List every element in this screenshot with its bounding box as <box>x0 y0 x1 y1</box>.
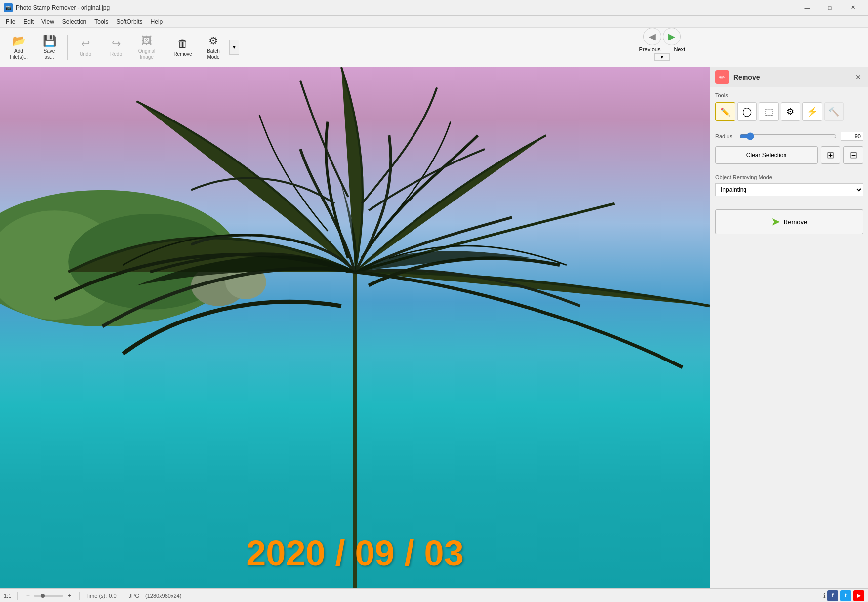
image-dimensions: (1280x960x24) <box>145 593 181 599</box>
nav-labels-row: Previous Next <box>639 46 685 52</box>
toolbar: 📂 AddFile(s)... 💾 Saveas... ↩ Undo ↪ Red… <box>0 28 868 67</box>
menu-edit[interactable]: Edit <box>19 17 38 26</box>
redo-label: Redo <box>110 51 122 57</box>
remove-arrow-icon: ➤ <box>771 216 780 228</box>
clear-selection-button[interactable]: Clear Selection <box>715 146 818 164</box>
facebook-button[interactable]: f <box>827 590 838 601</box>
window-controls: — □ ✕ <box>796 0 864 16</box>
redo-icon: ↪ <box>112 38 121 50</box>
toolbox-title: Remove <box>733 73 760 81</box>
maximize-button[interactable]: □ <box>819 0 841 16</box>
menu-softorbits[interactable]: SoftOrbits <box>112 17 146 26</box>
nav-dropdown: ▼ <box>654 53 670 61</box>
save-as-button[interactable]: 💾 Saveas... <box>35 31 64 64</box>
original-image-button[interactable]: 🖼 OriginalImage <box>132 31 162 64</box>
toolbar-more-button[interactable]: ▼ <box>229 40 239 55</box>
close-button[interactable]: ✕ <box>841 0 864 16</box>
remove-main-button[interactable]: ➤ Remove <box>715 209 863 234</box>
eraser-tool-button[interactable]: ◯ <box>737 102 757 121</box>
remove-button[interactable]: 🗑 Remove <box>168 31 198 64</box>
svg-point-3 <box>191 265 246 306</box>
youtube-button[interactable]: ▶ <box>853 590 864 601</box>
stamp-icon: 🔨 <box>828 106 839 117</box>
menu-selection[interactable]: Selection <box>58 17 90 26</box>
radius-slider[interactable] <box>739 132 837 140</box>
main-content: 2020 / 09 / 03 ✏ Remove ✕ Tools ✏️ ◯ <box>0 67 868 588</box>
nav-container: ◀ ▶ Previous Next ▼ <box>639 28 685 61</box>
radius-section: Radius 90 Clear Selection ⊞ ⊟ <box>710 126 868 169</box>
batch-mode-button[interactable]: ⚙ BatchMode <box>199 31 228 64</box>
rect-select-icon: ⬚ <box>765 106 773 117</box>
previous-button[interactable]: ◀ <box>643 28 661 45</box>
undo-label: Undo <box>80 51 91 57</box>
next-label: Next <box>674 46 685 52</box>
undo-icon: ↩ <box>81 38 90 50</box>
magic-fill-tool-button[interactable]: ⚙ <box>781 102 800 121</box>
eraser-icon: ◯ <box>742 106 752 117</box>
copy-selection-icon: ⊞ <box>827 150 834 161</box>
tools-row: ✏️ ◯ ⬚ ⚙ ⚡ 🔨 <box>715 102 863 121</box>
original-image-icon: 🖼 <box>141 35 152 47</box>
batch-mode-label: BatchMode <box>207 48 220 60</box>
toolbox-panel: ✏ Remove ✕ Tools ✏️ ◯ ⬚ ⚙ <box>710 67 868 588</box>
twitter-icon: t <box>845 593 846 598</box>
radius-slider-container <box>739 131 837 141</box>
toolbar-separator-2 <box>165 35 165 60</box>
menu-tools[interactable]: Tools <box>90 17 112 26</box>
twitter-button[interactable]: t <box>840 590 851 601</box>
status-separator-4 <box>821 590 821 598</box>
paste-selection-button[interactable]: ⊟ <box>843 146 863 164</box>
batch-mode-icon: ⚙ <box>208 35 218 47</box>
redo-button[interactable]: ↪ Redo <box>101 31 131 64</box>
svg-point-1 <box>0 210 123 320</box>
stamp-tool-button[interactable]: 🔨 <box>824 102 844 121</box>
add-file-button[interactable]: 📂 AddFile(s)... <box>4 31 34 64</box>
status-separator-3 <box>123 592 123 600</box>
toolbox-title-row: ✏ Remove <box>715 70 760 84</box>
info-button[interactable]: ℹ <box>823 590 826 601</box>
radius-row: Radius 90 <box>715 131 863 141</box>
copy-selection-button[interactable]: ⊞ <box>821 146 840 164</box>
status-separator-2 <box>79 592 80 600</box>
svg-point-2 <box>68 214 232 309</box>
menu-help[interactable]: Help <box>147 17 167 26</box>
remove-main-label: Remove <box>784 218 807 226</box>
zoom-slider-thumb <box>41 594 45 598</box>
magic-fill-icon: ⚙ <box>786 106 794 117</box>
save-as-label: Saveas... <box>44 48 55 60</box>
rect-select-tool-button[interactable]: ⬚ <box>759 102 779 121</box>
object-removing-mode-label: Object Removing Mode <box>715 174 863 180</box>
radius-input[interactable]: 90 <box>841 132 863 141</box>
youtube-icon: ▶ <box>857 593 861 598</box>
object-removing-section: Object Removing Mode Inpainting Content … <box>710 169 868 201</box>
status-separator-1 <box>17 592 18 600</box>
brush-icon: ✏️ <box>720 107 730 117</box>
menu-view[interactable]: View <box>38 17 58 26</box>
tools-section: Tools ✏️ ◯ ⬚ ⚙ ⚡ 🔨 <box>710 87 868 126</box>
toolbox-header: ✏ Remove ✕ <box>710 67 868 87</box>
image-area[interactable]: 2020 / 09 / 03 <box>0 67 710 588</box>
minimize-button[interactable]: — <box>796 0 819 16</box>
paste-selection-icon: ⊟ <box>850 150 857 161</box>
zoom-minus-button[interactable]: − <box>24 592 32 600</box>
social-buttons: ℹ f t ▶ <box>821 590 864 601</box>
zoom-control: 1:1 <box>4 593 11 599</box>
next-button[interactable]: ▶ <box>663 28 681 45</box>
add-file-label: AddFile(s)... <box>10 48 28 60</box>
status-bar: 1:1 − + Time (s): 0.0 JPG (1280x960x24) … <box>0 588 868 602</box>
wand-tool-button[interactable]: ⚡ <box>802 102 822 121</box>
zoom-slider-track[interactable] <box>34 595 63 597</box>
menu-file[interactable]: File <box>2 17 19 26</box>
undo-button[interactable]: ↩ Undo <box>71 31 100 64</box>
brush-tool-button[interactable]: ✏️ <box>715 102 735 121</box>
nav-dropdown-button[interactable]: ▼ <box>654 53 670 61</box>
format-display: JPG <box>129 593 139 599</box>
add-file-icon: 📂 <box>12 35 26 47</box>
remove-icon: 🗑 <box>177 38 188 50</box>
radius-label: Radius <box>715 133 735 139</box>
toolbox-close-button[interactable]: ✕ <box>853 72 863 82</box>
window-title: Photo Stamp Remover - original.jpg <box>16 4 796 11</box>
zoom-plus-button[interactable]: + <box>65 592 73 600</box>
image-format: JPG <box>129 593 139 599</box>
object-removing-mode-select[interactable]: Inpainting Content Aware Fill Texture Sy… <box>715 183 863 196</box>
